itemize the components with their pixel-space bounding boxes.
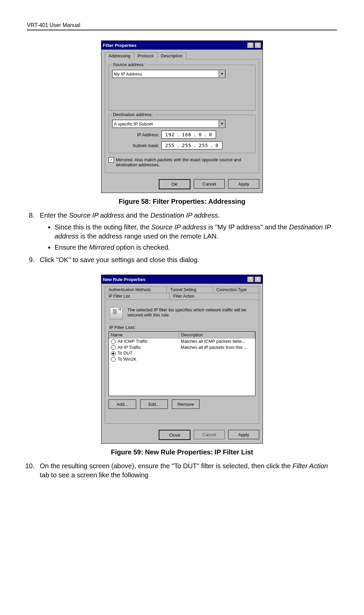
remove-button[interactable]: Remove [172,399,200,409]
chevron-down-icon: ▼ [219,120,225,127]
help-icon[interactable]: ? [247,42,254,48]
chevron-down-icon: ▼ [219,71,225,77]
step-8: Enter the Source IP address and the Dest… [36,211,337,252]
add-button[interactable]: Add... [109,399,136,409]
tab-filter-action[interactable]: Filter Action [170,293,259,300]
dialog1-titlebar: Filter Properties ? × [101,41,263,50]
radio-icon[interactable] [111,339,116,344]
ok-button[interactable]: OK [159,179,190,189]
radio-icon[interactable] [111,357,116,362]
table-row[interactable]: To DUT [109,350,255,356]
destination-address-dropdown[interactable]: A specific IP Subnet ▼ [112,120,225,128]
step-8-bullet-1: Since this is the outing filter, the Sou… [55,223,337,241]
figure-58-caption: Figure 58: Filter Properties: Addressing [27,198,337,205]
edit-button[interactable]: Edit... [140,399,168,409]
table-row[interactable]: All IP TrafficMatches all IP packets fro… [109,344,255,351]
ip-address-label: IP Address: [112,132,159,137]
dialog1-title: Filter Properties [103,43,136,48]
ip-filter-info-text: The selected IP filter list specifies wh… [127,307,252,317]
close-icon[interactable]: × [254,276,261,282]
filter-name-cell: To Win2K [109,357,179,362]
apply-button[interactable]: Apply [228,179,259,189]
dest-group-label: Destination address: [112,112,154,117]
subnet-mask-field[interactable]: 255. 255. 255. 0 [161,141,222,149]
destination-address-value: A specific IP Subnet [114,121,153,127]
page-header: VRT-401 User Manual [27,22,337,28]
figure-59-caption: Figure 59: New Rule Properties: IP Filte… [27,448,337,456]
destination-address-group: Destination address: A specific IP Subne… [109,115,255,153]
dialog2-title: New Rule Properties [103,277,145,282]
col-name[interactable]: Name [109,332,179,338]
new-rule-properties-dialog: New Rule Properties ? × Authentication M… [101,275,263,444]
filter-desc-cell: Matches all IP packets from this ... [179,345,255,350]
filter-list-icon [110,307,123,319]
close-button[interactable]: Close [159,430,190,440]
tab-addressing[interactable]: Addressing [105,52,134,59]
source-address-dropdown[interactable]: My IP Address ▼ [112,70,225,78]
filter-properties-dialog: Filter Properties ? × Addressing Protoco… [101,40,263,193]
filter-name-cell: All IP Traffic [109,345,179,350]
step-list-2: On the resulting screen (above), ensure … [27,462,337,480]
table-row[interactable]: All ICMP TrafficMatches all ICMP packets… [109,338,255,344]
tab-authentication-methods[interactable]: Authentication Methods [105,286,167,293]
mirrored-label: Mirrored. Also match packets with the ex… [116,157,255,167]
apply-button[interactable]: Apply [228,430,259,439]
top-rule [27,30,337,30]
step-list: Enter the Source IP address and the Dest… [27,211,337,264]
mirrored-checkbox[interactable]: ✓ [109,157,114,163]
tab-protocol[interactable]: Protocol [134,52,157,59]
table-row[interactable]: To Win2K [109,356,255,362]
ip-filter-lists-label: IP Filter Lists: [109,325,255,330]
source-group-label: Source address: [112,62,146,67]
help-icon[interactable]: ? [247,276,254,282]
tab-description[interactable]: Description [157,52,186,59]
close-icon[interactable]: × [254,42,261,48]
tab-ip-filter-list[interactable]: IP Filter List [105,293,170,300]
subnet-mask-label: Subnet mask: [112,143,159,148]
filter-desc-cell [179,351,255,356]
ip-filter-list-box[interactable]: Name Description All ICMP TrafficMatches… [109,331,255,396]
source-address-value: My IP Address [114,72,142,77]
cancel-button[interactable]: Cancel [194,179,225,189]
radio-icon[interactable] [111,351,116,356]
tab-connection-type[interactable]: Connection Type [213,286,259,293]
radio-icon[interactable] [111,345,116,350]
filter-name-cell: To DUT [109,351,179,356]
filter-name-cell: All ICMP Traffic [109,339,179,344]
dialog2-titlebar: New Rule Properties ? × [101,275,263,284]
step-8-bullet-2: Ensure the Mirrored option is checked. [55,243,337,252]
filter-desc-cell: Matches all ICMP packets betw... [179,339,255,344]
step-10: On the resulting screen (above), ensure … [36,462,337,480]
cancel-button[interactable]: Cancel [194,430,225,439]
filter-desc-cell [179,357,255,362]
col-description[interactable]: Description [179,332,255,338]
step-9: Click "OK" to save your settings and clo… [36,255,337,264]
tab-tunnel-setting[interactable]: Tunnel Setting [166,286,213,293]
source-address-group: Source address: My IP Address ▼ [109,65,255,111]
ip-address-field[interactable]: 192. 168. 0. 0 [161,131,216,139]
